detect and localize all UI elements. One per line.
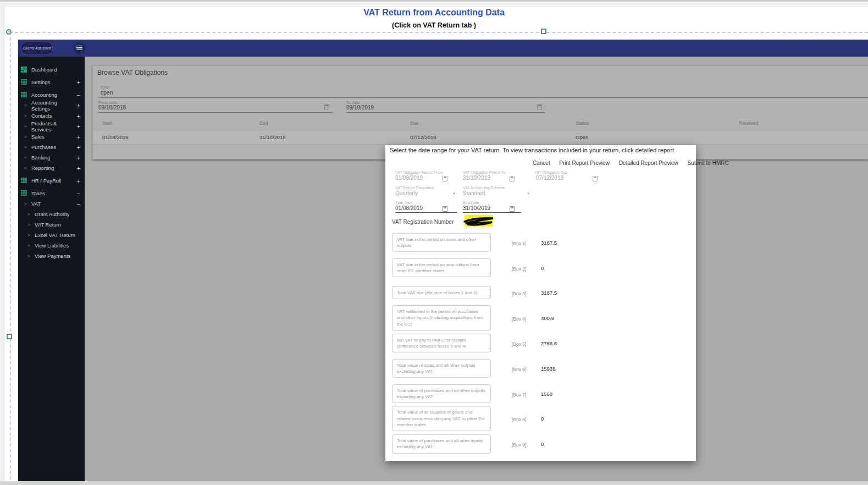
page-title: VAT Return from Accounting Data xyxy=(0,8,868,18)
dashboard-icon xyxy=(21,67,27,73)
grid-icon xyxy=(21,79,27,85)
table-column-header: Start xyxy=(102,120,112,126)
period-to-input[interactable]: 31/10/2019 xyxy=(463,175,490,181)
sidebar-item-vat[interactable]: >VAT− xyxy=(18,199,85,209)
sidebar-item-view-liabilities[interactable]: >View Liabilities xyxy=(18,240,85,251)
chevron-right-icon: > xyxy=(24,166,27,170)
vat-box-tag: [Box 6] xyxy=(512,367,526,372)
brand-name: Clients Assistant xyxy=(23,46,51,50)
vat-box-description-field[interactable]: Total VAT due (the sum of boxes 1 and 2) xyxy=(392,286,491,299)
chevron-right-icon: > xyxy=(27,243,31,248)
expand-icon[interactable]: + xyxy=(77,123,80,130)
to-date-input[interactable]: 09/10/2019 xyxy=(346,104,374,111)
sidebar-item-dashboard[interactable]: Dashboard xyxy=(18,64,85,75)
vat-box-description-field[interactable]: Total value of purchases and all other i… xyxy=(392,434,491,453)
vat-box-value: 2786.6 xyxy=(541,340,557,346)
print-report-preview-button[interactable]: Print Report Preview xyxy=(559,160,610,166)
sidebar-item-products-services[interactable]: >Products & Services+ xyxy=(18,121,85,131)
sidebar-item-hr-payroll[interactable]: HR / PayRoll+ xyxy=(18,175,85,186)
selection-handle-top[interactable] xyxy=(541,29,546,34)
filter-input[interactable]: open xyxy=(101,90,113,96)
expand-icon[interactable]: + xyxy=(77,102,80,109)
from-date-input[interactable]: 09/10/2018 xyxy=(98,104,126,111)
sidebar-item-label: Banking xyxy=(31,155,50,161)
sidebar-item-sales[interactable]: >Sales+ xyxy=(18,131,85,142)
cancel-button[interactable]: Cancel xyxy=(533,160,550,166)
end-date-calendar-icon[interactable] xyxy=(510,206,515,212)
expand-icon[interactable]: + xyxy=(77,165,80,172)
table-column-header: Received xyxy=(739,120,758,126)
chevron-right-icon: > xyxy=(24,124,27,129)
sidebar-item-banking[interactable]: >Banking+ xyxy=(18,152,85,163)
sidebar-item-accounting[interactable]: Accounting− xyxy=(18,90,85,100)
detailed-report-preview-button[interactable]: Detailed Report Preview xyxy=(619,160,678,166)
brand-logo[interactable]: Clients Assistant xyxy=(21,41,53,55)
period-to-calendar-icon[interactable] xyxy=(510,176,515,181)
sidebar-item-taxes[interactable]: Taxes− xyxy=(18,188,85,199)
collapse-icon[interactable]: − xyxy=(77,190,80,197)
vat-box-row-3: Total VAT due (the sum of boxes 1 and 2)… xyxy=(385,280,696,306)
scheme-label: VAT Accounting Scheme xyxy=(463,186,505,190)
vat-box-description-field[interactable]: Total value of purchases and all other o… xyxy=(392,384,491,403)
sidebar-item-excel-vat-return[interactable]: >Excel VAT Return xyxy=(18,230,85,240)
chevron-right-icon: > xyxy=(24,103,27,108)
vat-box-description-field[interactable]: VAT due in the period on sales and other… xyxy=(392,233,491,252)
scribble-icon xyxy=(460,213,497,229)
table-cell: 31/10/2019 xyxy=(259,134,286,140)
selection-border-left xyxy=(10,32,11,485)
hamburger-menu-button[interactable] xyxy=(73,42,85,54)
expand-icon[interactable]: + xyxy=(77,79,80,86)
collapse-icon[interactable]: − xyxy=(77,201,80,207)
vat-box-description-field[interactable]: VAT due in the period on acquisitions fr… xyxy=(392,258,491,277)
due-input[interactable]: 07/12/2019 xyxy=(536,175,563,181)
sidebar-item-view-payments[interactable]: >View Payments xyxy=(18,251,85,261)
from-date-calendar-icon[interactable] xyxy=(324,104,329,109)
period-from-input[interactable]: 01/08/2019 xyxy=(395,175,423,181)
collapse-icon[interactable]: − xyxy=(77,92,80,98)
submit-to-hmrc-button[interactable]: Submit to HMRC xyxy=(688,160,729,166)
vat-box-tag: [Box 3] xyxy=(512,291,526,296)
vat-box-tag: [Box 8] xyxy=(512,417,526,422)
modal-title: Select the date range for your VAT retur… xyxy=(390,147,693,153)
expand-icon[interactable]: + xyxy=(77,113,80,119)
sidebar-item-reporting[interactable]: >Reporting+ xyxy=(18,163,85,173)
vat-box-description-field[interactable]: VAT reclaimed in the period on purchases… xyxy=(392,305,491,330)
sidebar-item-grant-authority[interactable]: >Grant Authority xyxy=(18,209,85,219)
start-date-calendar-icon[interactable] xyxy=(443,206,447,212)
vat-box-description-field[interactable]: Total value of sales and all other outpu… xyxy=(392,359,491,378)
end-date-input[interactable]: 31/10/2019 xyxy=(463,205,490,211)
sidebar-item-label: Reporting xyxy=(31,165,54,171)
vat-box-row-5: Net VAT to pay to HMRC or reclaim (Diffe… xyxy=(385,330,696,356)
vat-box-description-field[interactable]: Total value of all supplies of goods and… xyxy=(392,406,491,432)
frequency-dropdown-icon[interactable]: ▼ xyxy=(452,192,456,195)
sidebar-item-accounting-settings[interactable]: >Accounting Settings+ xyxy=(18,100,85,111)
expand-icon[interactable]: + xyxy=(77,178,80,184)
window-top-margin xyxy=(0,2,868,7)
expand-icon[interactable]: + xyxy=(77,144,80,151)
sidebar-item-contacts[interactable]: >Contacts+ xyxy=(18,111,85,121)
page-subtitle: (Click on VAT Return tab ) xyxy=(0,21,868,29)
obligations-table-header: StartEndDueStatusReceived xyxy=(93,116,868,130)
sidebar-item-purchases[interactable]: >Purchases+ xyxy=(18,142,85,152)
start-date-input[interactable]: 01/08/2019 xyxy=(395,205,423,211)
due-calendar-icon[interactable] xyxy=(593,176,598,181)
to-date-calendar-icon[interactable] xyxy=(537,104,542,109)
sidebar-item-settings[interactable]: Settings+ xyxy=(18,77,85,87)
vat-box-tag: [Box 1] xyxy=(512,241,526,246)
sidebar-item-label: Taxes xyxy=(31,190,45,196)
period-from-calendar-icon[interactable] xyxy=(443,176,447,181)
selection-handle-topleft[interactable] xyxy=(6,29,12,35)
sidebar-item-label: VAT Return xyxy=(35,222,61,228)
selection-handle-left[interactable] xyxy=(7,334,12,339)
expand-icon[interactable]: + xyxy=(77,155,80,161)
scheme-dropdown-icon[interactable]: ▼ xyxy=(527,192,530,195)
vat-box-description-field[interactable]: Net VAT to pay to HMRC or reclaim (Diffe… xyxy=(392,334,491,352)
sidebar-item-vat-return[interactable]: >VAT Return xyxy=(18,219,85,230)
chevron-right-icon: > xyxy=(24,155,27,160)
frequency-select[interactable]: Quarterly xyxy=(395,190,418,196)
table-row[interactable]: 01/08/201931/10/201907/12/2019Open xyxy=(93,130,868,145)
scheme-select[interactable]: Standard xyxy=(463,190,485,196)
expand-icon[interactable]: + xyxy=(77,134,80,140)
sidebar-menu: DashboardSettings+Accounting−>Accounting… xyxy=(18,57,85,481)
vat-box-value: 0 xyxy=(541,264,544,271)
